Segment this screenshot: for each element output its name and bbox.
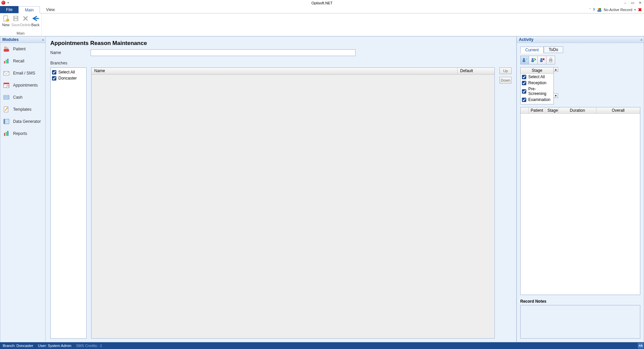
recall-icon	[3, 58, 10, 64]
check-label: Examination	[528, 97, 550, 102]
tab-main[interactable]: Main	[18, 6, 40, 13]
col-stage[interactable]: Stage	[545, 107, 559, 113]
ribbon-group-label: Main	[0, 31, 41, 36]
reports-icon	[3, 130, 10, 137]
module-reports[interactable]: Reports	[0, 128, 45, 140]
modules-pane: Modules « Patient Recall Email / SMS App…	[0, 36, 46, 342]
module-data-generator[interactable]: Data Generator	[0, 115, 45, 128]
back-button[interactable]: Back	[31, 15, 40, 27]
module-email-sms[interactable]: Email / SMS	[0, 67, 45, 79]
branch-checklist: Select All Doncaster	[50, 67, 87, 339]
activity-tabs: Current ToDo	[520, 46, 640, 53]
stage-scroll-up-icon[interactable]: ▲	[553, 67, 558, 72]
save-button[interactable]: Save	[11, 15, 20, 27]
activity-toolbar: +	[520, 56, 555, 64]
qat-customize-icon[interactable]: ▾	[7, 1, 9, 4]
branches-label: Branches	[50, 61, 512, 65]
maximize-button[interactable]: ▭	[631, 1, 635, 5]
module-label: Templates	[13, 107, 32, 112]
col-default[interactable]: Default	[458, 68, 494, 74]
stage-area: Stage Select All Reception Pre-Screening…	[520, 67, 640, 104]
stage-check-pre-screening[interactable]: Pre-Screening	[522, 86, 552, 97]
tab-file[interactable]: File	[0, 6, 18, 13]
activity-title: Activity	[519, 37, 533, 42]
checkbox[interactable]	[52, 76, 56, 81]
tab-current[interactable]: Current	[520, 47, 544, 53]
users-icon[interactable]	[597, 7, 602, 12]
email-icon	[3, 70, 10, 77]
patient-icon	[3, 46, 10, 52]
module-label: Appointments	[13, 83, 38, 88]
svg-rect-30	[4, 119, 5, 124]
activity-body: Current ToDo +	[517, 43, 644, 342]
active-record-label: No Active Record	[604, 8, 632, 12]
minimize-button[interactable]: –	[623, 1, 627, 5]
stage-check-examination[interactable]: Examination	[522, 97, 552, 103]
modules-collapse-icon[interactable]: «	[42, 38, 43, 42]
checkbox[interactable]	[522, 98, 526, 102]
stage-box: Stage Select All Reception Pre-Screening…	[520, 67, 554, 104]
svg-rect-2	[597, 10, 601, 12]
ribbon-group-main: New Save Delete Back Main	[0, 13, 42, 36]
name-row: Name	[50, 49, 512, 56]
back-icon	[32, 15, 39, 22]
up-button[interactable]: Up	[499, 67, 512, 74]
svg-rect-38	[531, 60, 534, 62]
remove-user-button[interactable]	[538, 56, 546, 64]
checkbox[interactable]	[522, 81, 526, 85]
module-patient[interactable]: Patient	[0, 43, 45, 55]
checkbox[interactable]	[522, 89, 526, 94]
module-templates[interactable]: Templates	[0, 103, 45, 115]
close-record-icon[interactable]: ✖	[638, 7, 642, 12]
delete-button[interactable]: Delete	[21, 15, 30, 27]
menubar-tools: ˆ ? No Active Record ▾ ✖	[590, 6, 642, 13]
help-icon[interactable]: ?	[593, 8, 595, 12]
module-label: Recall	[13, 59, 24, 63]
activity-grid-header: Patient Stage Duration Overall	[521, 107, 640, 114]
activity-grid-body[interactable]	[521, 114, 640, 295]
stage-scroll-down-icon[interactable]: ▼	[553, 93, 558, 98]
col-name[interactable]: Name	[92, 68, 458, 74]
col-patient[interactable]: Patient	[529, 107, 545, 113]
print-button[interactable]	[546, 56, 555, 64]
collapse-ribbon-icon[interactable]: ˆ	[590, 8, 591, 12]
col-overall[interactable]: Overall	[596, 107, 640, 113]
activity-header: Activity »	[517, 36, 644, 43]
branch-grid-header: Name Default	[92, 68, 494, 74]
name-input[interactable]	[91, 49, 356, 56]
close-button[interactable]: ✕	[638, 1, 642, 5]
branch-grid-body[interactable]	[92, 74, 494, 338]
checkbox[interactable]	[52, 70, 56, 74]
stage-list: Select All Reception Pre-Screening Exami…	[521, 74, 553, 104]
new-label: New	[2, 23, 9, 27]
tab-view[interactable]: View	[40, 6, 61, 13]
add-user-button[interactable]: +	[520, 56, 529, 64]
stage-check-reception[interactable]: Reception	[522, 80, 552, 86]
record-notes-box[interactable]	[520, 305, 640, 339]
module-cash[interactable]: Cash	[0, 91, 45, 103]
active-record-dropdown-icon[interactable]: ▾	[634, 8, 636, 11]
status-ab-badge[interactable]: Ab	[638, 343, 643, 348]
down-button[interactable]: Down	[499, 77, 512, 84]
svg-point-1	[599, 8, 601, 10]
new-button[interactable]: New	[1, 15, 10, 27]
branch-check-select-all[interactable]: Select All	[52, 69, 85, 75]
module-label: Reports	[13, 131, 27, 136]
tab-todo[interactable]: ToDo	[544, 46, 563, 53]
branch-check-doncaster[interactable]: Doncaster	[52, 75, 85, 81]
save-icon	[12, 15, 19, 22]
col-duration[interactable]: Duration	[559, 107, 596, 113]
window-controls: – ▭ ✕	[623, 1, 642, 5]
svg-rect-44	[550, 58, 552, 59]
stage-check-select-all[interactable]: Select All	[522, 74, 552, 80]
checkbox[interactable]	[522, 75, 526, 79]
activity-collapse-icon[interactable]: »	[640, 38, 642, 42]
check-label: Select All	[528, 74, 545, 79]
svg-rect-14	[4, 49, 9, 52]
svg-rect-32	[6, 132, 7, 136]
app-icon	[1, 1, 5, 5]
next-user-button[interactable]	[529, 56, 538, 64]
app-title: Optisoft.NET	[312, 1, 333, 5]
module-appointments[interactable]: Appointments	[0, 79, 45, 91]
module-recall[interactable]: Recall	[0, 55, 45, 67]
